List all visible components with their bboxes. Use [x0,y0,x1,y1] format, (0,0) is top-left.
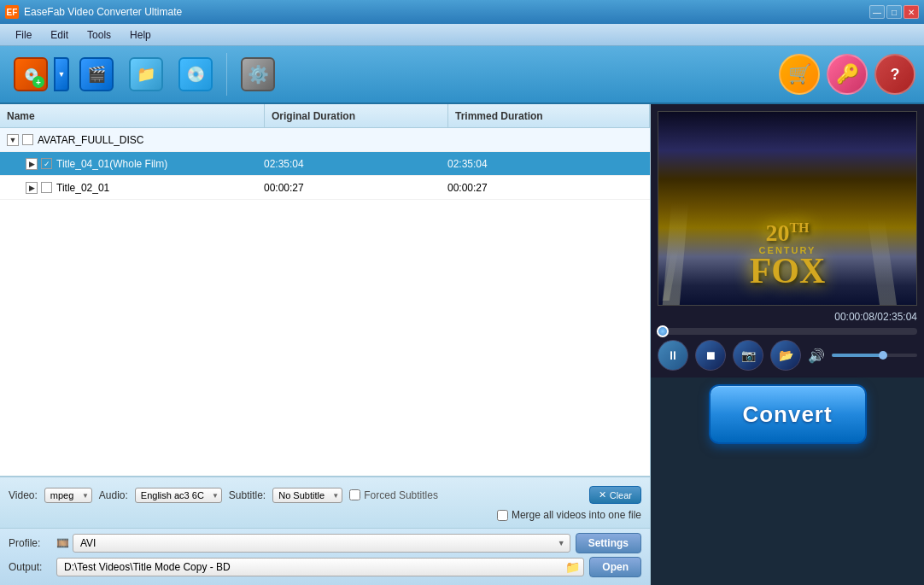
expand-button[interactable]: ▼ [7,134,19,146]
profile-select[interactable]: AVI MP4 MKV [73,534,570,553]
fox-text: FOX [750,255,826,288]
convert-button[interactable]: Convert [709,384,867,444]
output-path-wrap: 📁 [56,558,584,576]
buy-button[interactable]: 🛒 [779,54,820,95]
disc-icon: 💿 [178,57,213,91]
file-tree: ▼ AVATAR_FUULL_DISC ▶ ✓ Title_04_01(Whol… [0,128,650,476]
volume-slider[interactable] [832,354,917,357]
forced-subtitle-checkbox[interactable] [349,489,360,500]
preferences-button[interactable]: ⚙️ [236,54,280,95]
browse-folder-icon[interactable]: 📁 [564,559,581,576]
title-bar: EF EaseFab Video Converter Ultimate — □ … [0,0,924,24]
row-filename: Title_02_01 [56,182,257,194]
minimize-button[interactable]: — [869,5,885,19]
subtitle-select[interactable]: No Subtitle English [272,488,342,503]
expand-button[interactable]: ▶ [26,182,38,194]
tree-row-parent[interactable]: ▼ AVATAR_FUULL_DISC [0,128,650,152]
add-dvd-button[interactable]: 💿 + [9,54,53,95]
snapshot-button[interactable]: 📷 [733,340,763,371]
add-disc-button[interactable]: 💿 [173,54,218,95]
row-filename: AVATAR_FUULL_DISC [38,134,238,146]
media-controls: Video: mpeg h264 h265 Audio: English ac3… [0,477,650,528]
profile-row: Profile: 🎞️ AVI MP4 MKV ▼ Settings [9,533,641,553]
row-trimmed-duration: 00:00:27 [441,182,650,194]
gear-icon: ⚙️ [241,57,275,91]
toolbar-separator [226,53,227,96]
volume-fill [832,354,883,357]
menu-tools[interactable]: Tools [79,27,120,43]
col-header-name: Name [0,104,265,127]
video-label: Video: [9,489,38,501]
volume-icon[interactable]: 🔊 [808,348,825,364]
profile-select-wrap: 🎞️ AVI MP4 MKV ▼ [56,534,570,553]
fox-logo-20th: 20TH [750,221,826,245]
video-preview: 20TH CENTURY FOX [658,111,917,306]
forced-subtitle-label[interactable]: Forced Subtitles [349,489,438,501]
video-frame: 20TH CENTURY FOX [658,112,916,305]
progress-thumb[interactable] [657,325,669,337]
audio-select-wrap: English ac3 6C English ac3 2C [135,488,222,503]
output-path-input[interactable] [56,558,584,576]
forced-subtitle-text: Forced Subtitles [364,489,438,501]
clear-x-icon: ✕ [599,489,606,500]
add-folder-icon: 📁 [129,57,163,91]
toolbar-right: 🛒 🔑 ? [779,54,915,95]
row-original-duration: 02:35:04 [257,158,441,170]
close-button[interactable]: ✕ [904,5,919,19]
progress-bar[interactable] [658,328,917,335]
settings-button[interactable]: Settings [576,533,641,553]
merge-row: Merge all videos into one file [9,507,641,523]
help-button[interactable]: ? [874,54,915,95]
subtitle-label: Subtitle: [229,489,266,501]
expand-button[interactable]: ▶ [26,158,38,170]
add-video-icon: 🎬 [79,57,114,91]
main-content: Name Original Duration Trimmed Duration … [0,104,924,585]
playback-controls: ⏸ ⏹ 📷 📂 🔊 [658,340,917,371]
add-dvd-dropdown[interactable]: ▼ [54,57,69,91]
profile-output-section: Profile: 🎞️ AVI MP4 MKV ▼ Settings Outpu… [0,528,650,585]
open-file-button[interactable]: 📂 [770,340,801,371]
audio-label: Audio: [99,489,128,501]
right-section: 20TH CENTURY FOX 00:00:08/02:35:04 ⏸ [651,104,924,585]
row-trimmed-duration: 02:35:04 [441,158,650,170]
profile-label: Profile: [9,537,51,549]
clear-button[interactable]: ✕ Clear [589,486,641,504]
file-list-container: Name Original Duration Trimmed Duration … [0,104,650,477]
clear-label: Clear [610,490,632,500]
convert-section: Convert [651,377,924,451]
file-list-header: Name Original Duration Trimmed Duration [0,104,650,128]
merge-label[interactable]: Merge all videos into one file [512,509,641,521]
toolbar: 💿 + ▼ 🎬 📁 💿 ⚙️ 🛒 🔑 ? [0,46,924,104]
add-folder-button[interactable]: 📁 [124,54,168,95]
time-display: 00:00:08/02:35:04 [658,311,917,323]
stop-button[interactable]: ⏹ [695,340,726,371]
menu-edit[interactable]: Edit [42,27,77,43]
col-header-trimmed-duration: Trimmed Duration [448,104,650,127]
left-panel: Name Original Duration Trimmed Duration … [0,104,651,585]
output-label: Output: [9,561,51,573]
subtitle-select-wrap: No Subtitle English [272,488,342,503]
register-button[interactable]: 🔑 [827,54,868,95]
row-checkbox[interactable] [41,182,52,193]
add-video-button[interactable]: 🎬 [74,54,119,95]
maximize-button[interactable]: □ [886,5,902,19]
menu-file[interactable]: File [7,27,40,43]
open-button[interactable]: Open [589,557,641,577]
audio-select[interactable]: English ac3 6C English ac3 2C [135,488,222,503]
row-checkbox[interactable]: ✓ [41,158,52,169]
app-title: EaseFab Video Converter Ultimate [24,6,182,18]
media-controls-row: Video: mpeg h264 h265 Audio: English ac3… [9,483,641,507]
volume-thumb[interactable] [879,351,887,360]
row-checkbox[interactable] [22,134,33,145]
tree-row-child-1[interactable]: ▶ ✓ Title_04_01(Whole Film) 02:35:04 02:… [0,152,650,176]
menu-help[interactable]: Help [121,27,160,43]
dvd-icon: 💿 + [14,57,48,91]
title-bar-controls: — □ ✕ [869,5,919,19]
pause-button[interactable]: ⏸ [658,340,688,371]
tree-row-child-2[interactable]: ▶ Title_02_01 00:00:27 00:00:27 [0,176,650,200]
video-select[interactable]: mpeg h264 h265 [44,488,92,503]
row-filename: Title_04_01(Whole Film) [56,158,257,170]
output-row: Output: 📁 Open [9,557,641,577]
merge-checkbox[interactable] [497,510,508,521]
col-header-orig-duration: Original Duration [265,104,448,127]
